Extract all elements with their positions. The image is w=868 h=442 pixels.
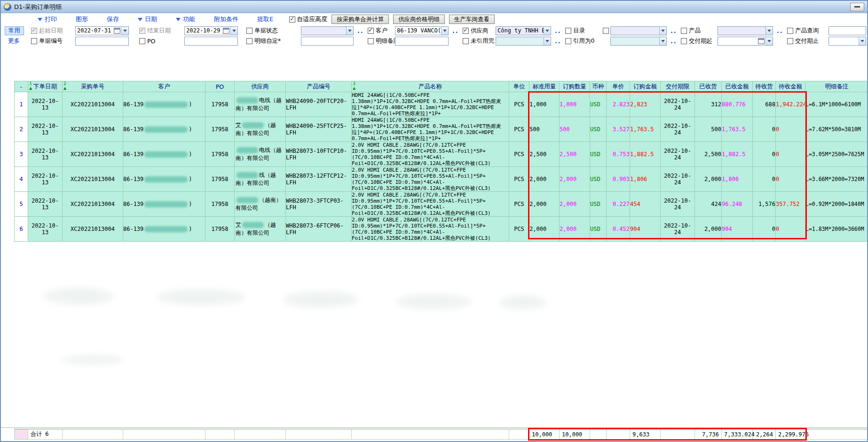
detail-note-input[interactable]: [395, 37, 449, 46]
save-button[interactable]: 保存: [107, 15, 119, 24]
dropdown-arrow-icon[interactable]: [121, 27, 128, 35]
print-button[interactable]: 打印: [38, 15, 57, 24]
doc-no-checkbox[interactable]: [31, 38, 37, 44]
cell-row-number[interactable]: 2: [15, 117, 28, 142]
product-query-checkbox[interactable]: [787, 28, 793, 34]
not-ref-select[interactable]: [496, 37, 551, 46]
browse-dots-button[interactable]: ..: [555, 37, 561, 45]
header-std-qty[interactable]: 标准用量: [529, 81, 560, 92]
product-checkbox[interactable]: [681, 28, 687, 34]
auto-height-checkbox[interactable]: ✓ 自适应高度: [289, 15, 327, 24]
browse-dots-button[interactable]: ..: [671, 26, 677, 35]
header-order-amt[interactable]: 订购金额: [630, 81, 661, 92]
supplier-select[interactable]: Công ty TNHH Esp: [496, 26, 551, 35]
header-row-selector[interactable]: -: [15, 81, 28, 92]
header-pending[interactable]: 待收货: [753, 81, 776, 92]
catalog-sub-checkbox[interactable]: [603, 28, 609, 34]
merge-calc-button[interactable]: 按采购单合并计算: [331, 15, 389, 24]
cell-row-number[interactable]: 3: [15, 142, 28, 167]
totals-empty: [352, 429, 509, 440]
header-customer[interactable]: 客户: [123, 81, 205, 92]
extra-condition-button[interactable]: 附加条件: [214, 15, 238, 24]
dropdown-arrow-icon[interactable]: [230, 27, 237, 35]
cell-row-number[interactable]: 4: [15, 167, 28, 192]
header-pending-amt[interactable]: 待收金额: [776, 81, 805, 92]
cell-po: 17958: [205, 217, 235, 242]
header-price[interactable]: 单价: [607, 81, 630, 92]
print-label: 打印: [45, 15, 57, 24]
start-date-input[interactable]: 2022-07-31: [75, 26, 129, 35]
deliver-from-input[interactable]: [718, 37, 773, 46]
browse-dots-button[interactable]: ..: [555, 26, 561, 35]
cell-order-amt: 2,823: [630, 92, 661, 117]
tab-more[interactable]: 更多: [5, 37, 23, 45]
header-supplier[interactable]: 供应商: [235, 81, 286, 92]
table-row[interactable]: 3 2022-10-13 XC20221013004 86-139) 17958…: [15, 142, 868, 167]
table-row[interactable]: 1 2022-10-13 XC20221013004 86-139) 17958…: [15, 92, 868, 117]
header-deliver-date[interactable]: 交付期限: [661, 81, 695, 92]
supplier-checkbox[interactable]: ✓: [463, 28, 469, 34]
customer-select[interactable]: 86-139 VANCO(珠海: [395, 26, 449, 35]
product-query-input[interactable]: [829, 26, 866, 35]
function-menu-button[interactable]: 功能: [176, 15, 195, 24]
table-row[interactable]: 6 2022-10-13 XC20221013004 86-139) 17958…: [15, 217, 868, 242]
po-checkbox[interactable]: [139, 38, 145, 44]
browse-dots-button[interactable]: ..: [671, 37, 677, 45]
workshop-view-button[interactable]: 生产车间查看: [449, 15, 495, 24]
header-order-no[interactable]: 2▲采购单号: [63, 81, 123, 92]
ref-zero-select[interactable]: [610, 37, 667, 46]
totals-pending-amt: 2,299.976: [776, 429, 805, 440]
cell-row-number[interactable]: 6: [15, 217, 28, 242]
table-row[interactable]: 4 2022-10-13 XC20221013004 86-139) 17958…: [15, 167, 868, 192]
header-received[interactable]: 已收货: [695, 81, 722, 92]
end-date-input[interactable]: 2022-10-29: [184, 26, 238, 35]
not-ref-checkbox[interactable]: [463, 38, 469, 44]
dropdown-arrow-icon[interactable]: [765, 37, 773, 45]
cell-row-number[interactable]: 5: [15, 192, 28, 217]
filter-row-2: 更多 单据编号 PO 明细自定* 明细备注 未引用完 .. 引用为0 .. 交付…: [1, 36, 867, 46]
table-row[interactable]: 2 2022-10-13 XC20221013004 86-139) 17958…: [15, 117, 868, 142]
detail-custom-input[interactable]: [301, 37, 354, 46]
header-unit[interactable]: 单位: [509, 81, 529, 92]
catalog-select[interactable]: [610, 26, 667, 35]
browse-dots-button[interactable]: ..: [777, 26, 783, 35]
product-select[interactable]: [718, 26, 773, 35]
header-currency[interactable]: 币种: [590, 81, 607, 92]
customer-checkbox[interactable]: ✓: [368, 28, 374, 34]
header-product-code[interactable]: 产品编号: [286, 81, 352, 92]
tab-common[interactable]: 常用: [5, 26, 24, 35]
cell-pending-amt: 357.752: [776, 192, 805, 217]
po-input[interactable]: [184, 37, 238, 46]
header-order-qty[interactable]: 订购数量: [560, 81, 590, 92]
date-menu-button[interactable]: 日期: [138, 15, 157, 24]
supplier-price-button[interactable]: 供应商价格明细: [393, 15, 445, 24]
doc-status-checkbox[interactable]: [246, 28, 253, 34]
ref-zero-checkbox[interactable]: [565, 38, 571, 44]
header-product-name[interactable]: 3▲产品名称: [352, 81, 509, 92]
header-detail-note[interactable]: 明细备注: [805, 81, 868, 92]
cell-price: 0.753: [607, 142, 630, 167]
extract-button[interactable]: 提取E: [257, 15, 273, 24]
extra-condition-label: 附加条件: [214, 15, 238, 24]
cell-received-amt: 904: [722, 217, 753, 242]
table-row[interactable]: 5 2022-10-13 XC20221013004 86-139) 17958…: [15, 192, 868, 217]
graph-button[interactable]: 图形: [76, 15, 88, 24]
detail-custom-checkbox[interactable]: [246, 38, 253, 44]
browse-dots-button[interactable]: ..: [452, 26, 459, 35]
cell-row-number[interactable]: 1: [15, 92, 28, 117]
deliver-from-checkbox[interactable]: [681, 38, 687, 44]
deliver-to-checkbox[interactable]: [787, 38, 793, 44]
deliver-to-input[interactable]: [829, 37, 866, 46]
header-po[interactable]: PO: [205, 81, 235, 92]
browse-dots-button[interactable]: ..: [357, 26, 364, 35]
header-order-date[interactable]: 1▲下单日期: [28, 81, 63, 92]
doc-no-input[interactable]: [75, 37, 129, 46]
catalog-checkbox[interactable]: [565, 28, 571, 34]
detail-note-checkbox[interactable]: [368, 38, 374, 44]
header-received-amt[interactable]: 已收金额: [722, 81, 753, 92]
cell-order-qty: 2,000: [560, 167, 590, 192]
start-date-checkbox[interactable]: ✓: [31, 28, 37, 34]
end-date-checkbox[interactable]: ✓: [139, 28, 145, 34]
doc-status-select[interactable]: [301, 26, 354, 35]
minimize-button[interactable]: [850, 3, 864, 11]
